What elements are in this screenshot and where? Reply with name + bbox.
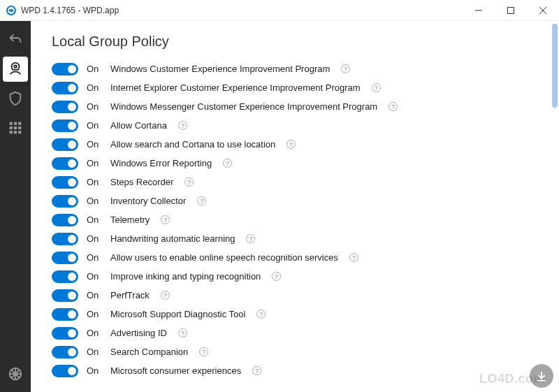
policy-list: OnWindows Customer Experience Improvemen… bbox=[52, 59, 538, 380]
policy-label: Search Companion bbox=[110, 347, 188, 357]
policy-label: Microsoft consumer experiences bbox=[110, 365, 241, 376]
toggle-switch[interactable] bbox=[52, 195, 78, 208]
help-icon[interactable]: ? bbox=[197, 196, 206, 205]
help-icon[interactable]: ? bbox=[341, 64, 350, 73]
policy-item: OnWindows Messenger Customer Experience … bbox=[52, 97, 538, 116]
toggle-switch[interactable] bbox=[52, 138, 78, 151]
policy-item: OnMicrosoft consumer experiences? bbox=[52, 361, 538, 380]
toggle-state-label: On bbox=[87, 158, 102, 168]
toggle-switch[interactable] bbox=[52, 214, 78, 226]
policy-label: Windows Error Reporting bbox=[110, 158, 212, 168]
svg-rect-13 bbox=[14, 131, 17, 133]
policy-label: Inventory Collector bbox=[110, 196, 186, 206]
help-icon[interactable]: ? bbox=[178, 121, 187, 130]
help-icon[interactable]: ? bbox=[389, 102, 398, 111]
sidebar-shield-icon[interactable] bbox=[3, 86, 28, 111]
maximize-button[interactable] bbox=[495, 0, 527, 21]
policy-item: OnAdvertising ID? bbox=[52, 324, 538, 342]
toggle-switch[interactable] bbox=[52, 101, 78, 113]
policy-label: Windows Customer Experience Improvement … bbox=[110, 64, 330, 74]
sidebar-about-icon[interactable] bbox=[3, 361, 28, 386]
toggle-state-label: On bbox=[87, 120, 102, 131]
sidebar-privacy-icon[interactable] bbox=[3, 57, 28, 82]
toggle-switch[interactable] bbox=[52, 63, 78, 75]
svg-rect-2 bbox=[508, 7, 514, 13]
help-icon[interactable]: ? bbox=[161, 291, 170, 300]
toggle-switch[interactable] bbox=[52, 119, 78, 132]
policy-item: OnSteps Recorder? bbox=[52, 173, 538, 191]
toggle-switch[interactable] bbox=[52, 346, 78, 358]
toggle-switch[interactable] bbox=[52, 157, 78, 170]
policy-item: OnWindows Customer Experience Improvemen… bbox=[52, 59, 538, 78]
body-area: Local Group Policy OnWindows Customer Ex… bbox=[0, 21, 559, 392]
sidebar-apps-icon[interactable] bbox=[3, 115, 28, 140]
policy-item: OnMicrosoft Support Diagnostic Tool? bbox=[52, 305, 538, 324]
policy-item: OnWindows Error Reporting? bbox=[52, 154, 538, 173]
policy-label: PerfTrack bbox=[110, 290, 150, 300]
minimize-button[interactable] bbox=[463, 0, 495, 21]
toggle-state-label: On bbox=[87, 196, 102, 206]
window-controls bbox=[463, 0, 559, 21]
scrollbar-thumb[interactable] bbox=[552, 24, 558, 108]
help-icon[interactable]: ? bbox=[178, 328, 187, 337]
titlebar: WPD 1.4.1765 - WPD.app bbox=[0, 0, 559, 21]
content-area: Local Group Policy OnWindows Customer Ex… bbox=[31, 21, 559, 392]
toggle-switch[interactable] bbox=[52, 270, 78, 283]
policy-item: OnHandwriting automatic learning? bbox=[52, 229, 538, 248]
policy-label: Steps Recorder bbox=[110, 177, 173, 187]
sidebar-back-icon[interactable] bbox=[3, 27, 28, 52]
titlebar-left: WPD 1.4.1765 - WPD.app bbox=[6, 5, 119, 16]
toggle-state-label: On bbox=[87, 233, 102, 244]
toggle-switch[interactable] bbox=[52, 327, 78, 340]
toggle-switch[interactable] bbox=[52, 252, 78, 264]
toggle-state-label: On bbox=[87, 328, 102, 338]
help-icon[interactable]: ? bbox=[272, 272, 281, 281]
toggle-state-label: On bbox=[87, 177, 102, 187]
svg-point-5 bbox=[14, 66, 17, 68]
svg-rect-12 bbox=[10, 131, 13, 133]
help-icon[interactable]: ? bbox=[256, 310, 266, 319]
svg-rect-14 bbox=[18, 131, 21, 133]
window-title: WPD 1.4.1765 - WPD.app bbox=[21, 6, 119, 15]
help-icon[interactable]: ? bbox=[199, 347, 208, 356]
policy-item: OnAllow search and Cortana to use locati… bbox=[52, 135, 538, 154]
section-title: Local Group Policy bbox=[52, 34, 538, 50]
svg-rect-10 bbox=[14, 126, 17, 129]
app-icon bbox=[6, 5, 17, 16]
policy-label: Handwriting automatic learning bbox=[110, 233, 235, 244]
policy-item: OnInventory Collector? bbox=[52, 191, 538, 210]
toggle-switch[interactable] bbox=[52, 289, 78, 302]
policy-item: OnSearch Companion? bbox=[52, 342, 538, 361]
toggle-state-label: On bbox=[87, 290, 102, 300]
toggle-switch[interactable] bbox=[52, 233, 78, 245]
policy-item: OnTelemetry? bbox=[52, 210, 538, 229]
svg-rect-7 bbox=[14, 122, 17, 125]
sidebar bbox=[0, 21, 31, 392]
close-button[interactable] bbox=[527, 0, 559, 21]
help-icon[interactable]: ? bbox=[349, 253, 358, 262]
toggle-state-label: On bbox=[87, 252, 102, 263]
toggle-state-label: On bbox=[87, 365, 102, 376]
policy-label: Windows Messenger Customer Experience Im… bbox=[110, 101, 377, 112]
toggle-state-label: On bbox=[87, 101, 102, 112]
help-icon[interactable]: ? bbox=[372, 83, 381, 92]
help-icon[interactable]: ? bbox=[286, 140, 296, 149]
policy-label: Allow search and Cortana to use location bbox=[110, 139, 275, 150]
toggle-switch[interactable] bbox=[52, 176, 78, 189]
svg-rect-9 bbox=[10, 126, 13, 129]
toggle-state-label: On bbox=[87, 64, 102, 74]
help-icon[interactable]: ? bbox=[246, 234, 255, 243]
toggle-state-label: On bbox=[87, 139, 102, 150]
help-icon[interactable]: ? bbox=[252, 366, 261, 375]
toggle-state-label: On bbox=[87, 82, 102, 93]
help-icon[interactable]: ? bbox=[223, 159, 232, 168]
help-icon[interactable]: ? bbox=[161, 215, 170, 224]
svg-rect-8 bbox=[18, 122, 21, 125]
toggle-switch[interactable] bbox=[52, 308, 78, 321]
help-icon[interactable]: ? bbox=[184, 177, 194, 187]
toggle-switch[interactable] bbox=[52, 365, 78, 377]
toggle-switch[interactable] bbox=[52, 82, 78, 94]
policy-label: Allow Cortana bbox=[110, 120, 167, 131]
toggle-state-label: On bbox=[87, 215, 102, 225]
toggle-state-label: On bbox=[87, 271, 102, 282]
